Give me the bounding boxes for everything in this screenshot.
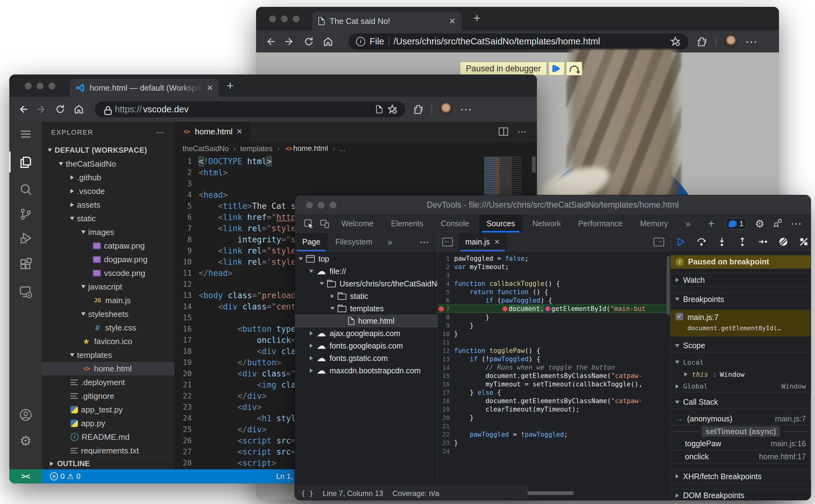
reload-icon[interactable] [303,36,314,47]
devtools-tab-network[interactable]: Network [525,215,568,232]
close-source-icon[interactable]: ✕ [494,238,500,246]
call-stack-section[interactable]: Call Stack [671,395,811,409]
call-stack-frame--anonymous-[interactable]: →(anonymous)main.js:7 [671,412,811,425]
editor-more-actions-icon[interactable]: ⋯ [517,130,528,133]
explorer-item-style-css[interactable]: #style.css [42,321,174,335]
pause-on-exceptions-icon[interactable] [794,233,811,251]
new-tab-icon[interactable]: + [227,79,234,93]
more-panels-icon[interactable]: » [678,215,698,232]
breadcrumb-item[interactable]: templates [240,144,272,153]
devtools-tab-elements[interactable]: Elements [384,215,431,232]
site-info-icon[interactable]: i [356,37,365,46]
minimize-window-icon[interactable] [281,16,288,22]
navigator-item-top[interactable]: top [295,253,438,265]
open-in-sidebar-icon[interactable] [654,238,664,246]
breakpoint-checkbox[interactable]: ✓ [676,313,683,320]
navigator-item-fonts-googleapis-com[interactable]: ☁fonts.googleapis.com [295,340,438,352]
minimize-window-icon[interactable] [318,202,325,209]
browser-tab[interactable]: The Cat said No! ✕ [312,12,462,30]
step-into-icon[interactable] [712,233,732,251]
run-debug-icon[interactable] [9,226,42,250]
traffic-lights[interactable] [269,16,299,22]
scope-global-row[interactable]: Global Window [671,380,811,392]
profiles-icon[interactable] [772,218,782,229]
explorer-item-main-js[interactable]: JSmain.js [42,294,174,307]
bookmark-star-icon[interactable] [670,36,681,47]
address-bar[interactable]: i File /Users/chris/src/theCatSaidNo/tem… [349,34,688,50]
devtools-tab-performance[interactable]: Performance [571,215,630,232]
inspect-element-icon[interactable] [300,217,317,231]
step-over-icon[interactable] [691,233,712,251]
editor-scrollbar[interactable] [532,156,536,173]
explorer-item--github[interactable]: .github [42,171,174,184]
explorer-actions-icon[interactable]: ⋯ [156,131,165,134]
explorer-item-images[interactable]: images [42,225,174,239]
step-out-icon[interactable] [732,233,753,251]
format-code-icon[interactable]: { } [301,489,313,497]
explorer-item-static[interactable]: static [42,212,174,225]
close-tab-icon[interactable]: ✕ [449,16,456,26]
explorer-item-requirements-txt[interactable]: requirements.txt [42,444,174,457]
close-window-icon[interactable] [25,83,32,89]
remote-indicator[interactable]: >< [9,469,42,484]
devtools-tab-welcome[interactable]: Welcome [334,215,381,232]
devtools-tab-sources[interactable]: Sources [479,215,523,232]
profile-avatar[interactable] [724,35,737,48]
navigator-item-file-[interactable]: ☁file:// [295,265,438,277]
navigator-item-home-html[interactable]: home.html [295,315,438,327]
navigator-tab-filesystem[interactable]: Filesystem [328,233,380,251]
explorer-item-catpaw-png[interactable]: catpaw.png [42,239,174,253]
call-stack-frame-togglePaw[interactable]: togglePawmain.js:16 [671,437,811,450]
cursor-position[interactable]: Ln 1, [276,472,293,481]
breadcrumb[interactable]: theCatSaidNo›templates›<>home.html›... [174,142,537,156]
maximize-window-icon[interactable] [293,16,299,22]
more-navigator-tabs-icon[interactable]: » [380,233,400,251]
explorer-item-app-test-py[interactable]: app_test.py [42,403,174,416]
source-control-icon[interactable] [9,202,42,227]
breakpoints-section[interactable]: Breakpoints [671,292,811,306]
address-bar[interactable]: https://vscode.dev [95,101,405,117]
editor-tab-home-html[interactable]: <> home.html ✕ [174,122,250,142]
watch-section[interactable]: Watch [671,273,811,287]
dom-breakpoints-section[interactable]: DOM Breakpoints [671,489,811,500]
explorer-item-dogpaw-png[interactable]: dogpaw.png [42,253,174,266]
explorer-item-templates[interactable]: templates [42,348,174,362]
vertical-scrollbar[interactable] [667,256,670,315]
navigator-item-templates[interactable]: templates [295,302,438,315]
sources-tab-main-js[interactable]: main.js ✕ [458,233,507,251]
devtools-tab-console[interactable]: Console [433,215,477,232]
explorer-item-javascript[interactable]: javascript [42,280,174,294]
back-icon[interactable] [17,104,29,115]
browser-menu-icon[interactable]: ⋯ [460,108,473,111]
debugger-resume-button[interactable] [548,62,565,75]
explorer-item--vscode[interactable]: .vscode [42,184,174,198]
reload-icon[interactable] [55,104,66,115]
navigator-item-users-chris-src-thecatsaidno[interactable]: Users/chris/src/theCatSaidNo [295,277,438,290]
maximize-window-icon[interactable] [330,202,336,209]
navigator-item-static[interactable]: static [295,290,438,302]
explorer-item-readme-md[interactable]: iREADME.md [42,430,174,444]
search-icon[interactable] [9,177,42,202]
remote-explorer-icon[interactable] [9,279,42,304]
breakpoint-entry[interactable]: ✓ main.js:7 document.getElementById(… [671,310,811,336]
explorer-item-default-workspace-[interactable]: DEFAULT (WORKSPACE) [42,143,174,157]
reader-page-icon[interactable] [376,105,382,113]
traffic-lights[interactable] [306,202,336,209]
account-icon[interactable] [9,403,42,427]
navigator-item-maxcdn-bootstrapcdn-com[interactable]: ☁maxcdn.bootstrapcdn.com [295,364,438,377]
deactivate-breakpoints-icon[interactable] [773,233,794,251]
explorer-item-vscode-png[interactable]: vscode.png [42,266,174,280]
profile-avatar[interactable] [439,103,453,116]
devtools-menu-icon[interactable]: ⋯ [790,222,803,225]
home-icon[interactable] [73,104,84,115]
close-editor-icon[interactable]: ✕ [236,127,242,136]
close-tab-icon[interactable]: ✕ [206,83,213,93]
scope-this-row[interactable]: this: Window [671,369,811,380]
close-window-icon[interactable] [269,16,276,22]
back-icon[interactable] [265,36,276,47]
menu-hamburger-icon[interactable] [9,122,42,146]
browser-menu-icon[interactable]: ⋯ [745,40,758,43]
new-panel-icon[interactable]: + [700,215,722,232]
resume-script-icon[interactable] [671,233,691,251]
new-tab-icon[interactable]: + [473,11,480,25]
